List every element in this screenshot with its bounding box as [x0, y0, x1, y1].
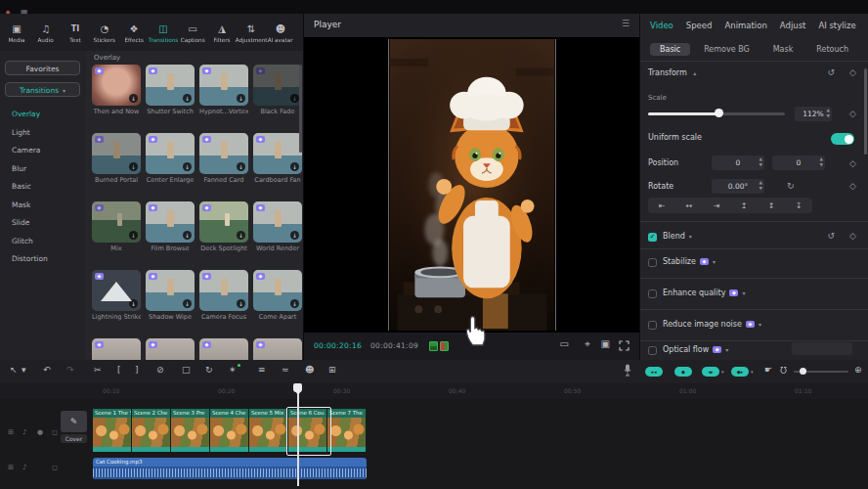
transition-thumbnail[interactable]: ◆↓ — [199, 201, 248, 243]
fullscreen-icon[interactable] — [619, 340, 629, 353]
position-x-box[interactable]: 0 ▲▼ — [712, 156, 764, 170]
track-toggle-pill-4[interactable]: ◆▸ — [731, 367, 749, 377]
video-track-mute-icon[interactable]: ♪ — [22, 428, 26, 436]
timeline-zoom-knob[interactable] — [800, 368, 806, 375]
reduce-image-noise-checkbox[interactable] — [648, 321, 657, 330]
inspector-subtab-basic[interactable]: Basic — [650, 43, 690, 56]
transition-item-then-and-now[interactable]: ◆↓Then and Now — [92, 65, 141, 115]
audio-track-options-icon[interactable]: ⊞ — [8, 464, 14, 471]
ribbon-tab-adjustment[interactable]: ⇅Adjustment — [237, 22, 266, 43]
transition-thumbnail[interactable]: ◆↓ — [146, 270, 195, 311]
pill-caret-icon-2[interactable]: ▾ — [751, 369, 754, 375]
align-left-icon[interactable]: ⇤ — [659, 201, 666, 210]
expand-caret-icon[interactable]: ▾ — [713, 258, 716, 265]
ribbon-tab-text[interactable]: TIText — [61, 22, 90, 43]
mark-in-icon[interactable]: [ — [117, 365, 121, 375]
rotate-keyframe-icon[interactable]: ◇ — [849, 181, 856, 191]
transition-item-shutter-switch[interactable]: ◆↓Shutter Switch — [146, 65, 195, 115]
sidebar-item-glitch[interactable]: Glitch — [12, 237, 33, 245]
zoom-in-icon[interactable]: ⊕ — [854, 365, 862, 375]
timeline-clip-1[interactable]: Scene 1 The S — [93, 409, 132, 452]
video-preview[interactable] — [388, 39, 556, 331]
ribbon-tab-ai-avatar[interactable]: ☻AI avatar — [266, 22, 295, 43]
transition-thumbnail[interactable]: ◆↓ — [253, 270, 302, 311]
collapse-caret-icon[interactable]: ▴ — [693, 69, 696, 76]
position-y-stepper[interactable]: ▲▼ — [820, 156, 823, 168]
favorites-button[interactable]: Favorites — [5, 61, 80, 75]
transition-item-fanned-card[interactable]: ◆↓Fanned Card — [199, 133, 248, 184]
transition-thumbnail[interactable]: ◆↓ — [92, 270, 141, 311]
inspector-subtab-mask[interactable]: Mask — [763, 43, 803, 56]
transition-thumbnail[interactable]: ◆↓ — [253, 338, 302, 360]
split-icon[interactable]: ✂ — [94, 365, 102, 375]
transition-item-camera-focus[interactable]: ◆↓Camera Focus — [199, 270, 248, 321]
audio-wave-icon[interactable]: ≈ — [282, 365, 289, 375]
transition-item-partial-19[interactable]: ◆↓ — [253, 338, 302, 360]
transition-thumbnail[interactable]: ◆↓ — [253, 201, 302, 243]
crop-icon[interactable]: □ — [182, 365, 191, 375]
sidebar-item-light[interactable]: Light — [12, 128, 30, 137]
track-toggle-pill-3[interactable]: ◂▸ — [702, 367, 719, 377]
timeline-clip-2[interactable]: Scene 2 Che — [132, 409, 171, 452]
video-track-options-icon[interactable]: ⊞ — [8, 428, 14, 436]
transition-thumbnail[interactable]: ◆↓ — [199, 65, 248, 106]
sidebar-item-overlay[interactable]: Overlay — [12, 110, 40, 118]
position-y-box[interactable]: 0 ▲▼ — [772, 156, 825, 170]
sidebar-item-camera[interactable]: Camera — [12, 146, 40, 155]
sidebar-item-basic[interactable]: Basic — [12, 182, 31, 191]
ribbon-tab-captions[interactable]: ▭Captions — [178, 22, 207, 43]
mark-out-icon[interactable]: ] — [135, 365, 139, 375]
ribbon-tab-transitions[interactable]: ◫Transitions — [149, 22, 178, 43]
expand-caret-icon[interactable]: ▾ — [725, 346, 728, 353]
ribbon-tab-effects[interactable]: ❖Effects — [119, 22, 149, 43]
select-tool-icon[interactable]: ↖ — [10, 365, 18, 375]
transition-item-hypnot-vortex[interactable]: ◆↓Hypnot...Vortex — [199, 65, 248, 115]
transition-item-lightning-strike[interactable]: ◆↓Lightning Strike — [92, 270, 141, 321]
video-track-hide-icon[interactable]: ● — [37, 428, 43, 436]
inspector-tab-ai-stylize[interactable]: AI stylize — [818, 21, 855, 30]
magic-wand-icon[interactable]: ✶ — [229, 365, 237, 375]
inspector-tab-animation[interactable]: Animation — [724, 21, 766, 30]
position-keyframe-icon[interactable]: ◇ — [849, 158, 856, 168]
range-end-flag-icon[interactable] — [440, 341, 449, 351]
playhead-line[interactable] — [297, 385, 299, 486]
timeline-ruler[interactable]: 00:1000:2000:3000:4000:5001:0001:10 — [0, 383, 868, 399]
rotate-stepper[interactable]: ▲▼ — [760, 180, 762, 192]
snap-magnet-icon[interactable]: Ω — [780, 365, 787, 375]
blend-caret-icon[interactable]: ▾ — [689, 233, 692, 240]
track-toggle-pill-2[interactable]: ◆ — [674, 367, 692, 377]
sidebar-item-distortion[interactable]: Distortion — [12, 254, 48, 263]
transition-thumbnail[interactable]: ◆↓ — [146, 338, 195, 360]
scale-value-box[interactable]: 112% ▲▼ — [795, 107, 832, 121]
inspector-scrollbar[interactable] — [864, 68, 867, 155]
sidebar-item-slide[interactable]: Slide — [12, 218, 29, 227]
timeline-clip-7[interactable]: Scene 7 The — [327, 409, 367, 452]
audio-track-mute-icon[interactable]: ♪ — [22, 464, 26, 471]
ratio-icon[interactable]: ▭ — [560, 338, 569, 349]
transform-keyframe-icon[interactable]: ◇ — [849, 67, 856, 77]
transition-item-world-render[interactable]: ◆↓World Render — [253, 201, 302, 252]
cover-edit-button[interactable]: ✎ — [61, 411, 87, 432]
scale-slider[interactable] — [648, 108, 785, 119]
avatar-icon[interactable]: ☻ — [305, 365, 314, 375]
transition-item-mix[interactable]: ◆↓Mix — [92, 201, 141, 252]
transition-thumbnail[interactable]: ◆↓ — [146, 133, 195, 174]
inspector-subtab-remove-bg[interactable]: Remove BG — [694, 43, 760, 56]
timeline-clip-5[interactable]: Scene 5 Mix — [249, 409, 288, 452]
layers-icon[interactable]: ≡ — [258, 365, 266, 375]
audio-track-lock-icon[interactable]: ◻ — [52, 464, 58, 471]
transitions-group-button[interactable]: Transitions▾ — [5, 82, 80, 97]
ribbon-tab-audio[interactable]: ♫Audio — [31, 22, 61, 43]
player-stage[interactable] — [304, 37, 639, 333]
caret-down-icon[interactable]: ▾ — [22, 365, 26, 375]
expand-caret-icon[interactable]: ▾ — [759, 321, 761, 328]
timeline-clip-3[interactable]: Scene 3 Pre — [171, 409, 210, 452]
inspector-tab-speed[interactable]: Speed — [686, 21, 713, 30]
sidebar-item-mask[interactable]: Mask — [12, 200, 30, 209]
scale-keyframe-icon[interactable]: ◇ — [849, 109, 856, 118]
transition-thumbnail[interactable]: ◆↓ — [199, 338, 248, 360]
transition-item-partial-17[interactable]: ◆↓ — [146, 338, 195, 360]
blend-keyframe-icon[interactable]: ◇ — [849, 231, 856, 241]
enhance-quality-checkbox[interactable] — [648, 289, 657, 298]
ribbon-tab-media[interactable]: ▣Media — [2, 22, 31, 43]
